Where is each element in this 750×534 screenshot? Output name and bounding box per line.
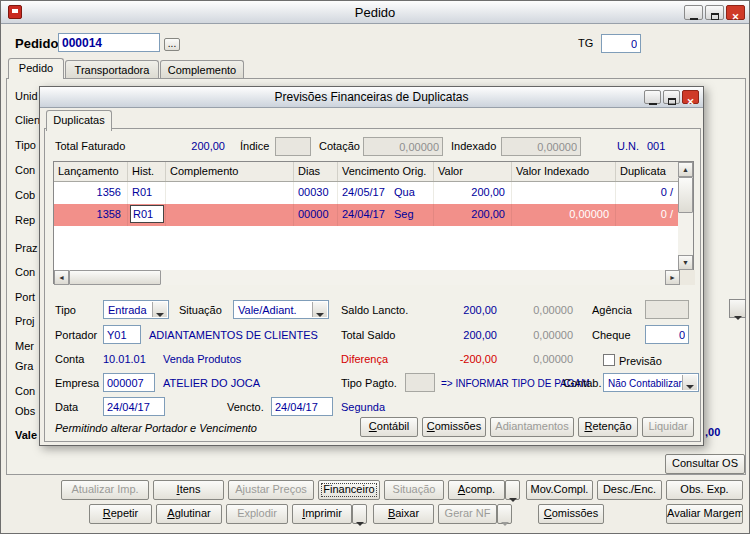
- situacao-button: Situação: [384, 480, 444, 500]
- tab-complemento[interactable]: Complemento: [160, 60, 244, 78]
- order-lookup-button[interactable]: ...: [164, 38, 180, 51]
- tg-input[interactable]: [601, 34, 641, 53]
- cell-complemento: [166, 204, 294, 226]
- un-value: 001: [647, 140, 665, 152]
- conta-desc: Venda Produtos: [163, 353, 241, 365]
- itens-button[interactable]: Itens: [153, 480, 224, 500]
- total-saldo-label: Total Saldo: [341, 329, 395, 341]
- grid-header: Lançamento Hist. Complemento Dias Vencim…: [54, 162, 680, 182]
- scroll-up-button[interactable]: ▲: [678, 162, 693, 177]
- field-label-contato: Con: [15, 385, 35, 397]
- valor-total-fragment: ,00: [705, 426, 720, 438]
- previsao-checkbox[interactable]: [603, 354, 615, 366]
- maximize-button[interactable]: [705, 5, 724, 20]
- close-button[interactable]: ✕: [726, 5, 745, 20]
- scroll-down-button[interactable]: ▼: [678, 255, 693, 270]
- comissoes-button[interactable]: Comissões: [538, 504, 604, 524]
- scrollbar-corner: [680, 270, 695, 285]
- data-input[interactable]: [103, 397, 165, 416]
- repetir-button[interactable]: Repetir: [89, 504, 152, 524]
- dialog-close-button[interactable]: ✕: [682, 90, 699, 104]
- tipo-combo[interactable]: Entrada: [103, 300, 169, 319]
- contab-combo[interactable]: Não Contabilizar: [603, 373, 699, 392]
- order-number-input[interactable]: [58, 33, 160, 52]
- conta-label: Conta: [55, 353, 84, 365]
- vertical-scroll-thumb[interactable]: [678, 177, 693, 213]
- ajustar-precos-button: Ajustar Preços: [228, 480, 314, 500]
- scroll-left-icon: ◄: [58, 274, 65, 281]
- tab-duplicatas[interactable]: Duplicatas: [46, 110, 112, 131]
- aglutinar-button[interactable]: Aglutinar: [156, 504, 222, 524]
- baixar-button[interactable]: Baixar: [373, 504, 434, 524]
- liquidar-button: Liquidar: [642, 417, 694, 437]
- dropdown-arrow-icon[interactable]: [152, 302, 167, 317]
- col-hist: Hist.: [128, 162, 166, 181]
- saldo-lancto-value: 200,00: [425, 304, 497, 316]
- dropdown-arrow-icon[interactable]: [312, 302, 327, 317]
- desc-enc-button[interactable]: Desc./Enc.: [597, 480, 662, 500]
- contabil-button[interactable]: Contábil: [360, 417, 418, 437]
- empresa-label: Empresa: [55, 377, 99, 389]
- portador-code-input[interactable]: [103, 325, 141, 344]
- scroll-left-button[interactable]: ◄: [54, 270, 69, 285]
- comissoes-dialog-button[interactable]: Comissões: [422, 417, 486, 437]
- col-lancamento: Lançamento: [54, 162, 128, 181]
- cheque-label: Cheque: [592, 329, 631, 341]
- scroll-right-button[interactable]: ►: [665, 270, 680, 285]
- empresa-code-input[interactable]: [103, 373, 155, 392]
- situacao-combo[interactable]: Vale/Adiant.: [233, 300, 329, 319]
- acomp-dropdown-button[interactable]: [505, 480, 520, 500]
- atualizar-imp-button: Atualizar Imp.: [61, 480, 149, 500]
- grid-row-1358-selected[interactable]: 1358 00000 24/04/17Seg 200,00 0,00000 0 …: [54, 204, 680, 226]
- scroll-down-icon: ▼: [682, 259, 689, 266]
- tg-label: TG: [578, 37, 593, 49]
- pedido-window: Pedido ✕ Pedido ... TG Pedido Transporta…: [0, 0, 750, 534]
- combo-fragment-button[interactable]: [729, 299, 746, 318]
- financeiro-button[interactable]: Financeiro: [318, 480, 380, 500]
- explodir-button: Explodir: [226, 504, 288, 524]
- total-faturado-label: Total Faturado: [55, 140, 125, 152]
- cell-complemento: [166, 182, 294, 204]
- field-label-prazo: Praz: [15, 242, 38, 254]
- obs-exp-button[interactable]: Obs. Exp.: [666, 480, 743, 500]
- horizontal-scroll-thumb[interactable]: [69, 270, 161, 285]
- tipo-pagto-input[interactable]: [405, 373, 435, 392]
- imprimir-dropdown-button[interactable]: [352, 504, 367, 524]
- cell-lancamento: 1356: [54, 182, 128, 204]
- hist-cell-editor[interactable]: [130, 205, 164, 223]
- cheque-input[interactable]: [645, 325, 689, 344]
- situacao-label: Situação: [179, 304, 222, 316]
- retencao-button[interactable]: Retenção: [578, 417, 638, 437]
- cell-hist: R01: [128, 182, 166, 204]
- dropdown-arrow-icon: [734, 316, 742, 320]
- consultar-os-button[interactable]: Consultar OS: [665, 454, 745, 474]
- dialog-minimize-button[interactable]: [644, 90, 661, 104]
- tipo-value: Entrada: [108, 304, 147, 316]
- indexado-label: Indexado: [451, 140, 496, 152]
- dropdown-arrow-icon[interactable]: [682, 375, 697, 390]
- imprimir-button[interactable]: Imprimir: [292, 504, 352, 524]
- minimize-button[interactable]: [684, 5, 703, 20]
- tab-pedido[interactable]: Pedido: [8, 58, 64, 79]
- mov-compl-button[interactable]: Mov.Compl.: [526, 480, 593, 500]
- valor-label: Vale: [15, 429, 37, 441]
- field-label-grade: Gra: [15, 360, 33, 372]
- window-title: Pedido: [1, 5, 749, 20]
- contab-label: Contab.: [563, 377, 602, 389]
- cell-valor: 200,00: [434, 182, 512, 204]
- col-complemento: Complemento: [166, 162, 294, 181]
- dialog-maximize-button[interactable]: [663, 90, 680, 104]
- tab-transportadora[interactable]: Transportadora: [65, 60, 159, 78]
- previsoes-financeiras-dialog: Previsões Financeiras de Duplicatas ✕ Du…: [39, 86, 704, 446]
- indice-input: [275, 137, 311, 156]
- avaliar-margem-button[interactable]: Avaliar Margem: [666, 504, 743, 524]
- col-valor: Valor: [434, 162, 512, 181]
- indice-label: Índice: [240, 140, 269, 152]
- gerar-nf-button: Gerar NF: [438, 504, 497, 524]
- cell-weekday: Seg: [394, 208, 414, 220]
- grid-row-1356[interactable]: 1356 R01 00030 24/05/17Qua 200,00 0 /: [54, 182, 680, 204]
- gerar-nf-dropdown-button: [497, 504, 512, 524]
- vencto-input[interactable]: [271, 397, 333, 416]
- acomp-button[interactable]: Acomp.: [448, 480, 505, 500]
- dialog-titlebar: Previsões Financeiras de Duplicatas ✕: [40, 87, 703, 108]
